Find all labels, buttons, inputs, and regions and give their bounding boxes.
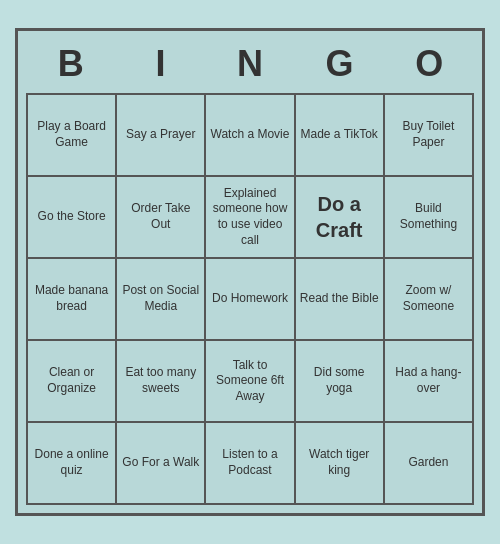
- bingo-cell-4: Buy Toilet Paper: [385, 95, 472, 175]
- bingo-letter-g: G: [295, 39, 385, 89]
- bingo-cell-15: Clean or Organize: [28, 341, 115, 421]
- bingo-cell-19: Had a hang-over: [385, 341, 472, 421]
- bingo-cell-17: Talk to Someone 6ft Away: [206, 341, 293, 421]
- bingo-cell-11: Post on Social Media: [117, 259, 204, 339]
- bingo-cell-18: Did some yoga: [296, 341, 383, 421]
- bingo-cell-21: Go For a Walk: [117, 423, 204, 503]
- bingo-grid: Play a Board GameSay a PrayerWatch a Mov…: [26, 93, 474, 505]
- bingo-cell-16: Eat too many sweets: [117, 341, 204, 421]
- bingo-cell-0: Play a Board Game: [28, 95, 115, 175]
- bingo-card: BINGO Play a Board GameSay a PrayerWatch…: [15, 28, 485, 516]
- bingo-header: BINGO: [26, 39, 474, 89]
- bingo-cell-13: Read the Bible: [296, 259, 383, 339]
- bingo-cell-14: Zoom w/ Someone: [385, 259, 472, 339]
- bingo-cell-1: Say a Prayer: [117, 95, 204, 175]
- bingo-cell-8: Do a Craft: [296, 177, 383, 257]
- bingo-cell-7: Explained someone how to use video call: [206, 177, 293, 257]
- bingo-cell-23: Watch tiger king: [296, 423, 383, 503]
- bingo-letter-b: B: [26, 39, 116, 89]
- bingo-cell-5: Go the Store: [28, 177, 115, 257]
- bingo-letter-o: O: [384, 39, 474, 89]
- bingo-cell-9: Build Something: [385, 177, 472, 257]
- bingo-cell-3: Made a TikTok: [296, 95, 383, 175]
- bingo-letter-n: N: [205, 39, 295, 89]
- bingo-cell-2: Watch a Movie: [206, 95, 293, 175]
- bingo-cell-12: Do Homework: [206, 259, 293, 339]
- bingo-letter-i: I: [116, 39, 206, 89]
- bingo-cell-20: Done a online quiz: [28, 423, 115, 503]
- bingo-cell-24: Garden: [385, 423, 472, 503]
- bingo-cell-10: Made banana bread: [28, 259, 115, 339]
- bingo-cell-22: Listen to a Podcast: [206, 423, 293, 503]
- bingo-cell-6: Order Take Out: [117, 177, 204, 257]
